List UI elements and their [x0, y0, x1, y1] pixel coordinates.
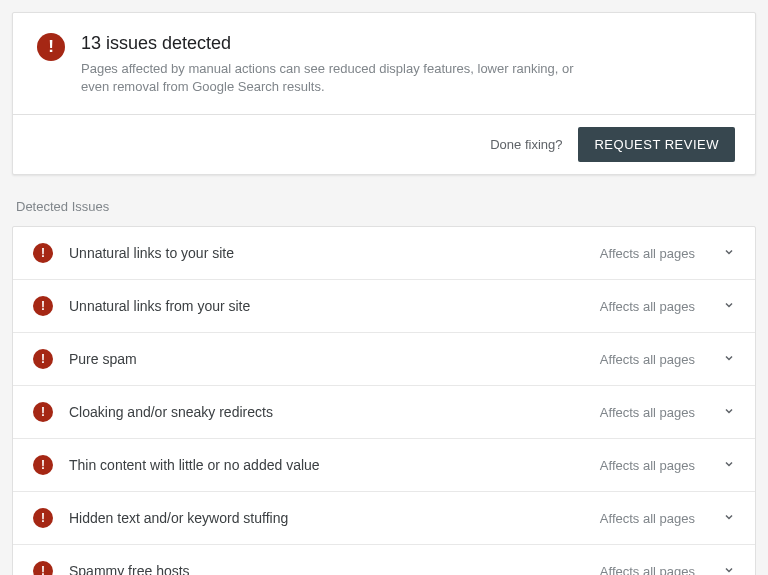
issues-list: ! Unnatural links to your site Affects a…: [12, 226, 756, 575]
chevron-down-icon: [723, 458, 735, 473]
error-icon: !: [33, 349, 53, 369]
issue-scope: Affects all pages: [600, 352, 695, 367]
issue-scope: Affects all pages: [600, 564, 695, 575]
chevron-down-icon: [723, 352, 735, 367]
chevron-down-icon: [723, 299, 735, 314]
detected-issues-label: Detected Issues: [16, 199, 756, 214]
request-review-button[interactable]: REQUEST REVIEW: [578, 127, 735, 162]
issue-label: Unnatural links from your site: [69, 298, 584, 314]
chevron-down-icon: [723, 405, 735, 420]
chevron-down-icon: [723, 511, 735, 526]
error-icon: !: [33, 508, 53, 528]
error-icon: !: [33, 243, 53, 263]
issue-row[interactable]: ! Pure spam Affects all pages: [13, 333, 755, 386]
issue-row[interactable]: ! Unnatural links from your site Affects…: [13, 280, 755, 333]
issue-scope: Affects all pages: [600, 246, 695, 261]
alert-title: 13 issues detected: [81, 33, 731, 54]
error-icon: !: [33, 402, 53, 422]
error-icon: !: [33, 561, 53, 575]
issue-label: Unnatural links to your site: [69, 245, 584, 261]
chevron-down-icon: [723, 246, 735, 261]
alert-content: 13 issues detected Pages affected by man…: [81, 33, 731, 96]
alert-description: Pages affected by manual actions can see…: [81, 60, 581, 96]
issue-scope: Affects all pages: [600, 458, 695, 473]
issue-scope: Affects all pages: [600, 405, 695, 420]
chevron-down-icon: [723, 564, 735, 575]
issue-label: Hidden text and/or keyword stuffing: [69, 510, 584, 526]
issue-row[interactable]: ! Thin content with little or no added v…: [13, 439, 755, 492]
alert-error-icon: !: [37, 33, 65, 61]
issue-row[interactable]: ! Cloaking and/or sneaky redirects Affec…: [13, 386, 755, 439]
issue-label: Pure spam: [69, 351, 584, 367]
issue-label: Spammy free hosts: [69, 563, 584, 575]
alert-card: ! 13 issues detected Pages affected by m…: [12, 12, 756, 175]
issue-scope: Affects all pages: [600, 299, 695, 314]
issue-row[interactable]: ! Unnatural links to your site Affects a…: [13, 227, 755, 280]
issue-row[interactable]: ! Hidden text and/or keyword stuffing Af…: [13, 492, 755, 545]
error-icon: !: [33, 296, 53, 316]
issue-label: Thin content with little or no added val…: [69, 457, 584, 473]
error-icon: !: [33, 455, 53, 475]
issue-label: Cloaking and/or sneaky redirects: [69, 404, 584, 420]
alert-actions: Done fixing? REQUEST REVIEW: [13, 115, 755, 174]
issue-scope: Affects all pages: [600, 511, 695, 526]
issue-row[interactable]: ! Spammy free hosts Affects all pages: [13, 545, 755, 575]
done-fixing-label: Done fixing?: [490, 137, 562, 152]
alert-header: ! 13 issues detected Pages affected by m…: [13, 13, 755, 115]
